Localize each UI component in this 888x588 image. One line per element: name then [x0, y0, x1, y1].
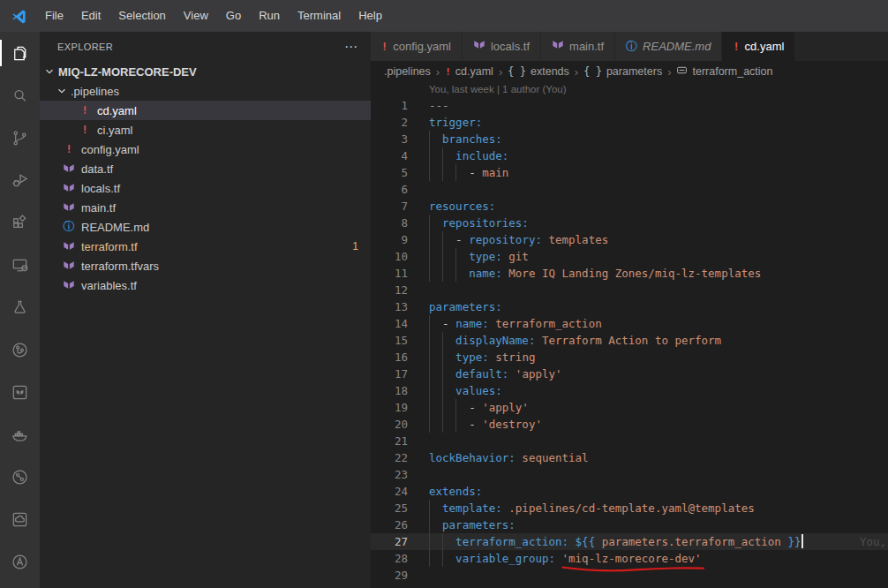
terraform-icon[interactable] — [0, 371, 40, 413]
tree-folder-.pipelines[interactable]: .pipelines — [40, 81, 371, 101]
tab-label: config.yaml — [393, 40, 451, 53]
tree-file-terraform.tfvars[interactable]: terraform.tfvars — [40, 256, 371, 275]
code-line-1[interactable]: 1--- — [371, 97, 888, 114]
line-number: 19 — [371, 399, 408, 416]
extensions-icon[interactable] — [0, 201, 40, 244]
remote-explorer-icon[interactable] — [0, 244, 40, 286]
code-line-10[interactable]: 10 type: git — [371, 248, 888, 265]
code-line-2[interactable]: 2trigger: — [371, 114, 888, 131]
menu-terminal[interactable]: Terminal — [289, 0, 350, 32]
code-line-15[interactable]: 15 displayName: Terraform Action to perf… — [371, 332, 888, 349]
line-number: 5 — [371, 164, 408, 181]
tf-icon — [61, 260, 77, 272]
tree-file-main.tf[interactable]: main.tf — [40, 198, 371, 217]
breadcrumb-terraform_action[interactable]: terraform_action — [676, 64, 772, 79]
code-line-20[interactable]: 20 - 'destroy' — [371, 416, 888, 433]
tree-file-config.yaml[interactable]: !config.yaml — [40, 139, 371, 159]
breadcrumb-parameters[interactable]: { }parameters — [583, 65, 662, 78]
azure-pipelines-icon[interactable] — [0, 540, 40, 583]
explorer-icon[interactable] — [0, 32, 40, 74]
tab-README.md[interactable]: ⓘREADME.md — [615, 32, 722, 61]
git-graph-icon[interactable] — [0, 456, 40, 498]
tree-file-cd.yaml[interactable]: !cd.yaml — [40, 101, 371, 120]
breadcrumb-.pipelines[interactable]: .pipelines — [384, 65, 431, 78]
code-line-25[interactable]: 25 template: .pipelines/cd-template.yaml… — [371, 500, 888, 516]
code-line-3[interactable]: 3 branches: — [371, 131, 888, 147]
tree-file-README.md[interactable]: ⓘREADME.md — [40, 217, 371, 237]
code-line-4[interactable]: 4 include: — [371, 147, 888, 164]
code-line-27[interactable]: 27 terraform_action: ${{ parameters.terr… — [371, 533, 888, 550]
tab-locals.tf[interactable]: locals.tf — [463, 32, 541, 61]
tree-file-locals.tf[interactable]: locals.tf — [40, 178, 371, 198]
code-line-24[interactable]: 24extends: — [371, 483, 888, 500]
code-line-21[interactable]: 21 — [371, 433, 888, 449]
tf-icon — [473, 39, 485, 54]
braces-icon: { } — [508, 65, 526, 78]
code-line-16[interactable]: 16 type: string — [371, 349, 888, 366]
terraform-cloud-icon[interactable] — [0, 498, 40, 540]
gitlens-icon[interactable] — [0, 328, 40, 371]
code-line-26[interactable]: 26 parameters: — [371, 516, 888, 533]
tf-icon — [61, 182, 77, 194]
yaml-icon: ! — [61, 143, 77, 155]
code-line-7[interactable]: 7resources: — [371, 198, 888, 215]
tree-file-variables.tf[interactable]: variables.tf — [40, 275, 371, 295]
code-line-28[interactable]: 28 variable_group: 'miq-lz-morecore-dev' — [371, 550, 888, 567]
menu-edit[interactable]: Edit — [72, 0, 109, 32]
problem-badge: 1 — [352, 240, 358, 253]
file-label: variables.tf — [81, 279, 137, 292]
breadcrumb-extends[interactable]: { }extends — [508, 65, 569, 78]
yaml-icon: ! — [381, 40, 388, 53]
tab-cd.yaml[interactable]: !cd.yaml — [722, 32, 795, 61]
field-icon — [676, 64, 688, 79]
menu-file[interactable]: File — [36, 0, 72, 32]
code-line-14[interactable]: 14 - name: terraform_action — [371, 315, 888, 332]
line-number: 11 — [371, 265, 408, 282]
code-line-23[interactable]: 23 — [371, 466, 888, 483]
chevron-right-icon: › — [499, 65, 502, 79]
code-line-6[interactable]: 6 — [371, 181, 888, 198]
code-line-22[interactable]: 22lockBehavior: sequential — [371, 449, 888, 466]
line-number: 28 — [371, 550, 408, 567]
yaml-icon: ! — [445, 65, 451, 78]
line-number: 2 — [371, 114, 408, 131]
code-line-29[interactable]: 29 — [371, 567, 888, 584]
menu-selection[interactable]: Selection — [109, 0, 174, 32]
code-line-8[interactable]: 8 repositories: — [371, 215, 888, 231]
menu-go[interactable]: Go — [217, 0, 250, 32]
annotated-token: 'miq-lz-morecore-dev' — [562, 552, 702, 565]
code-line-12[interactable]: 12 — [371, 282, 888, 298]
info-icon: ⓘ — [626, 39, 637, 55]
tab-main.tf[interactable]: main.tf — [541, 32, 615, 61]
tree-file-terraform.tf[interactable]: terraform.tf1 — [40, 237, 371, 256]
source-control-icon[interactable] — [0, 117, 40, 159]
menu-view[interactable]: View — [175, 0, 217, 32]
tab-label: README.md — [643, 40, 711, 53]
editor-code[interactable]: 1---2trigger:3 branches:4 include:5 - ma… — [371, 97, 888, 588]
code-line-5[interactable]: 5 - main — [371, 164, 888, 181]
code-line-9[interactable]: 9 - repository: templates — [371, 231, 888, 248]
run-and-debug-icon[interactable] — [0, 159, 40, 201]
tree-file-data.tf[interactable]: data.tf — [40, 159, 371, 178]
tree-folder-MIQ-LZ-MORECORE-DEV[interactable]: MIQ-LZ-MORECORE-DEV — [40, 62, 371, 81]
menu-run[interactable]: Run — [250, 0, 289, 32]
search-icon[interactable] — [0, 74, 40, 117]
code-line-11[interactable]: 11 name: More IQ Landing Zones/miq-lz-te… — [371, 265, 888, 282]
vscode-window: FileEditSelectionViewGoRunTerminalHelp E… — [0, 0, 888, 588]
line-number: 26 — [371, 516, 408, 533]
testing-icon[interactable] — [0, 286, 40, 328]
file-label: MIQ-LZ-MORECORE-DEV — [58, 65, 197, 79]
code-line-13[interactable]: 13parameters: — [371, 298, 888, 315]
breadcrumb-cd.yaml[interactable]: !cd.yaml — [445, 65, 493, 78]
tree-file-ci.yaml[interactable]: !ci.yaml — [40, 120, 371, 139]
docker-icon[interactable] — [0, 413, 40, 456]
code-line-18[interactable]: 18 values: — [371, 382, 888, 399]
code-line-17[interactable]: 17 default: 'apply' — [371, 366, 888, 382]
code-line-19[interactable]: 19 - 'apply' — [371, 399, 888, 416]
file-label: terraform.tfvars — [81, 260, 159, 273]
menu-help[interactable]: Help — [350, 0, 391, 32]
tab-config.yaml[interactable]: !config.yaml — [371, 32, 463, 61]
file-tree: MIQ-LZ-MORECORE-DEV.pipelines!cd.yaml!ci… — [40, 62, 371, 588]
line-number: 6 — [371, 181, 408, 198]
more-actions-icon[interactable]: ⋯ — [344, 39, 358, 55]
